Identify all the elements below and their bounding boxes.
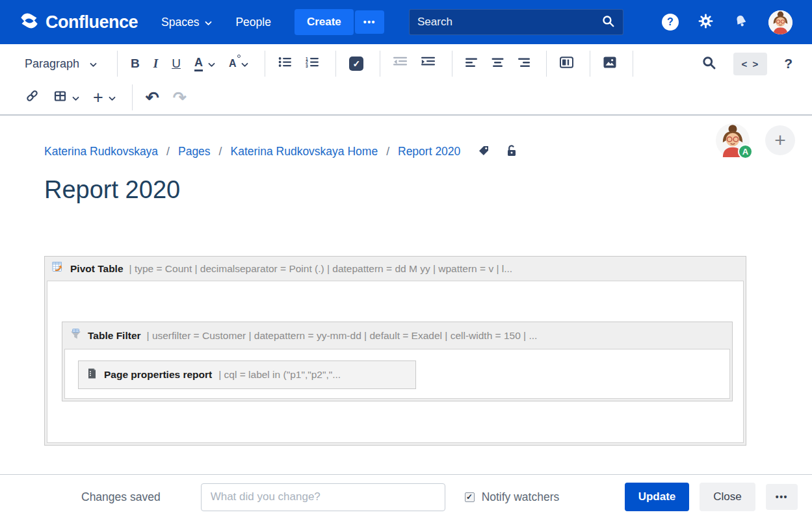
- nav-more-button[interactable]: •••: [355, 10, 384, 34]
- page-title: Report 2020: [44, 176, 812, 204]
- editor-footer: Changes saved ✓ Notify watchers Update C…: [0, 474, 812, 519]
- toolbar-right-group: < > ?: [701, 53, 792, 75]
- bullet-list-button[interactable]: [278, 57, 292, 71]
- editor-help-button[interactable]: ?: [784, 56, 792, 71]
- text-color-button[interactable]: A: [194, 57, 215, 71]
- search-icon: [701, 55, 716, 72]
- page-layout-icon: [560, 57, 573, 71]
- pivot-table-macro[interactable]: Pivot Table | type = Count | decimalsepa…: [44, 256, 746, 446]
- notify-watchers-checkbox[interactable]: ✓: [465, 492, 475, 502]
- labels-button[interactable]: [477, 144, 490, 159]
- nav-icon-group: ?: [662, 10, 792, 34]
- insert-image-button[interactable]: [603, 57, 616, 71]
- update-button[interactable]: Update: [625, 483, 690, 511]
- version-comment-input[interactable]: [201, 483, 445, 511]
- save-status: Changes saved: [81, 490, 161, 504]
- settings-button[interactable]: [698, 13, 714, 31]
- page-layout-button[interactable]: [560, 57, 573, 71]
- svg-text:3: 3: [306, 64, 308, 68]
- user-avatar[interactable]: [768, 10, 792, 34]
- image-icon: [603, 57, 616, 71]
- macro-params: | userfilter = Customer | datepattern = …: [147, 330, 538, 342]
- global-search[interactable]: [409, 9, 623, 35]
- page-actions: A +: [716, 123, 795, 157]
- insert-table-button[interactable]: [53, 90, 79, 106]
- confluence-logo-text: Confluence: [46, 12, 138, 32]
- nav-spaces[interactable]: Spaces: [161, 16, 212, 29]
- insert-link-button[interactable]: [25, 88, 40, 107]
- chevron-down-icon: [205, 16, 212, 29]
- text-color-icon: A: [194, 57, 203, 71]
- toolbar-divider: [117, 51, 118, 77]
- pivot-table-icon: [52, 261, 64, 276]
- italic-button[interactable]: I: [153, 57, 158, 71]
- paragraph-style-dropdown[interactable]: Paragraph: [25, 57, 108, 71]
- nav-people-label: People: [235, 16, 271, 29]
- chevron-down-icon: [208, 57, 215, 71]
- macro-params: | cql = label in ("p1","p2","...: [218, 369, 341, 381]
- breadcrumb-link[interactable]: Report 2020: [398, 145, 460, 158]
- notifications-button[interactable]: [733, 13, 750, 32]
- breadcrumb-link[interactable]: Katerina Rudkovskaya: [44, 145, 158, 158]
- breadcrumb-link[interactable]: Katerina Rudkovskaya Home: [230, 145, 378, 158]
- breadcrumb-link[interactable]: Pages: [178, 145, 211, 158]
- editor-body[interactable]: Pivot Table | type = Count | decimalsepa…: [44, 256, 746, 446]
- page-meta-icons: [477, 144, 517, 159]
- chevron-down-icon: [241, 57, 248, 71]
- restrictions-button[interactable]: [506, 144, 517, 159]
- redo-icon: ↷: [173, 88, 187, 107]
- close-button[interactable]: Close: [700, 483, 755, 511]
- toolbar-divider: [132, 84, 133, 110]
- align-center-button[interactable]: [491, 57, 504, 71]
- pivot-table-macro-header: Pivot Table | type = Count | decimalsepa…: [45, 257, 746, 281]
- confluence-logo[interactable]: Confluence: [20, 12, 138, 32]
- task-list-button[interactable]: ✓: [349, 57, 363, 71]
- plus-icon: +: [93, 89, 103, 107]
- breadcrumb-separator: /: [164, 145, 172, 158]
- unlock-icon: [506, 144, 517, 159]
- align-right-button[interactable]: [517, 57, 530, 71]
- search-icon[interactable]: [601, 14, 615, 31]
- find-replace-button[interactable]: [701, 55, 716, 72]
- underline-button[interactable]: U: [172, 57, 181, 71]
- notify-watchers[interactable]: ✓ Notify watchers: [465, 490, 560, 504]
- macro-name: Table Filter: [88, 330, 141, 342]
- indent-button[interactable]: [421, 57, 436, 71]
- align-left-button[interactable]: [465, 57, 478, 71]
- editing-user-avatar[interactable]: A: [716, 123, 750, 157]
- page-properties-report-macro[interactable]: Page properties report | cql = label in …: [78, 361, 416, 389]
- outdent-button[interactable]: [393, 57, 408, 71]
- source-editor-button[interactable]: < >: [733, 53, 767, 75]
- help-button[interactable]: ?: [662, 14, 679, 31]
- notify-watchers-label: Notify watchers: [482, 490, 560, 504]
- table-filter-macro-body: Page properties report | cql = label in …: [64, 349, 730, 399]
- bold-button[interactable]: B: [131, 57, 140, 71]
- numbered-list-icon: 123: [306, 57, 319, 71]
- bell-icon: [733, 13, 750, 32]
- breadcrumb-separator: /: [217, 145, 224, 158]
- page-properties-icon: [86, 368, 98, 382]
- macro-params: | type = Count | decimalseparator = Poin…: [129, 263, 513, 275]
- confluence-editor-window: Confluence Spaces People Create ••• ?: [0, 0, 812, 519]
- indent-icon: [421, 57, 436, 71]
- toolbar-divider: [590, 51, 590, 77]
- chevron-down-icon: [72, 90, 79, 105]
- align-left-icon: [465, 57, 478, 71]
- search-input[interactable]: [417, 16, 601, 29]
- chevron-down-icon: [109, 90, 116, 105]
- breadcrumb: Katerina Rudkovskaya / Pages / Katerina …: [0, 116, 812, 159]
- numbered-list-button[interactable]: 123: [306, 57, 319, 71]
- task-checkbox-icon: ✓: [349, 57, 363, 71]
- create-button[interactable]: Create: [295, 9, 354, 35]
- footer-more-button[interactable]: •••: [766, 484, 798, 510]
- undo-button[interactable]: ↶: [146, 88, 159, 107]
- insert-more-content-button[interactable]: +: [93, 89, 116, 107]
- page-content: A + Katerina Rudkovskaya / Pages / Kater…: [0, 116, 812, 446]
- redo-button[interactable]: ↷: [173, 88, 187, 107]
- table-filter-macro[interactable]: Table Filter | userfilter = Customer | d…: [62, 322, 733, 401]
- nav-people[interactable]: People: [235, 16, 271, 29]
- more-formatting-button[interactable]: A: [229, 57, 249, 71]
- invite-editor-button[interactable]: +: [765, 125, 795, 155]
- toolbar-divider: [265, 51, 265, 77]
- bullet-list-icon: [278, 57, 292, 71]
